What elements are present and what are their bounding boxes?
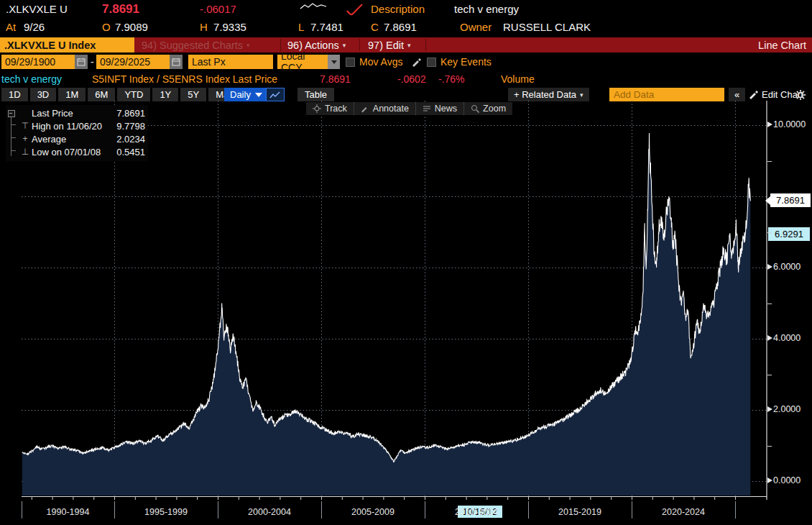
pencil-icon xyxy=(361,104,369,113)
x-axis-separator xyxy=(735,501,736,519)
last-price: 7.8691 xyxy=(102,2,139,17)
chevron-down-icon[interactable] xyxy=(328,55,340,69)
key-events-checkbox[interactable] xyxy=(427,58,436,67)
open-label: O xyxy=(102,21,111,33)
gear-icon[interactable] xyxy=(795,89,806,101)
date-from-input[interactable]: 09/29/1900 xyxy=(1,55,75,69)
legend-row-high: ⊤ High on 11/06/20 9.7798 xyxy=(7,119,145,132)
track-button[interactable]: Track xyxy=(306,102,354,115)
chevron-down-icon: ▾ xyxy=(407,42,411,49)
menu-suggested-charts[interactable]: 94) Suggested Charts▾ xyxy=(142,37,250,52)
date-range-dash: - xyxy=(91,56,94,68)
x-axis-separator xyxy=(528,501,529,519)
menu-divider xyxy=(359,39,360,51)
frequency-dropdown[interactable]: Daily xyxy=(224,88,268,101)
related-data-button[interactable]: + Related Data▾ xyxy=(508,88,589,101)
currency-group: Local CCY xyxy=(277,55,340,69)
menu-divider xyxy=(280,39,281,51)
collapse-button[interactable]: « xyxy=(729,88,745,101)
line-chart-type-button[interactable] xyxy=(266,88,285,101)
y-axis-tick: 2.0000 xyxy=(767,404,801,414)
ticker-box[interactable]: .XLKVXLE U Index xyxy=(0,37,134,52)
field-select[interactable]: Last Px xyxy=(188,55,273,69)
x-axis-section-label: 2010-2014 xyxy=(455,507,498,517)
date-to-input[interactable]: 09/29/2025 xyxy=(96,55,170,69)
high-label: H xyxy=(200,21,208,33)
y-axis-minor-tick xyxy=(767,446,772,447)
mov-avgs-label[interactable]: Mov Avgs xyxy=(359,56,402,68)
menu-edit[interactable]: 97) Edit▾ xyxy=(368,37,411,52)
annotate-button[interactable]: Annotate xyxy=(354,102,415,115)
date-to-group: 09/29/2025 xyxy=(96,55,183,69)
tab-5y[interactable]: 5Y xyxy=(180,88,206,101)
tab-1m[interactable]: 1M xyxy=(58,88,86,101)
mini-sparkline-icon xyxy=(299,1,329,12)
axis-arrow-icon xyxy=(767,264,772,270)
series-pct-change: -.76% xyxy=(438,73,465,85)
description-value: tech v energy xyxy=(454,3,519,15)
y-axis-tick: 10.0000 xyxy=(767,119,806,129)
owner-label: Owner xyxy=(460,21,492,33)
crosshair-value-badge: 6.9291 xyxy=(768,227,810,241)
view-title: Line Chart xyxy=(758,37,806,52)
x-axis-separator xyxy=(632,501,632,519)
chevron-down-icon xyxy=(255,93,262,97)
key-events-label[interactable]: Key Events xyxy=(440,56,492,68)
x-axis-section-label: 2005-2009 xyxy=(351,507,395,517)
zoom-button[interactable]: Zoom xyxy=(463,102,512,115)
news-lines-icon xyxy=(423,104,431,113)
pencil-icon xyxy=(749,90,758,99)
low-marker-icon: ⊥ xyxy=(19,147,32,157)
tab-ytd[interactable]: YTD xyxy=(117,88,150,101)
low-label: L xyxy=(298,21,304,33)
menu-bar: .XLKVXLE U Index 94) Suggested Charts▾ 9… xyxy=(0,37,812,52)
calendar-icon[interactable] xyxy=(75,55,88,69)
check-annotation-icon xyxy=(345,2,365,17)
owner-value: RUSSELL CLARK xyxy=(503,21,591,33)
axis-arrow-icon xyxy=(767,478,772,483)
x-axis-section-label: 2000-2004 xyxy=(248,507,291,517)
high-value: 7.9335 xyxy=(213,21,246,33)
last-price-axis-badge: 7.8691 xyxy=(770,193,811,207)
tab-1d[interactable]: 1D xyxy=(1,88,28,101)
mov-avgs-checkbox[interactable] xyxy=(346,58,355,67)
low-value: 7.7481 xyxy=(310,21,343,33)
x-axis-separator xyxy=(321,501,322,519)
x-axis: 10/15/12 1990-19941995-19992000-20042005… xyxy=(0,500,812,525)
legend-expander-icon[interactable] xyxy=(8,110,15,117)
tab-6m[interactable]: 6M xyxy=(88,88,115,101)
chevron-down-icon: ▾ xyxy=(343,42,346,49)
pencil-icon[interactable] xyxy=(411,57,422,68)
y-axis-tick: 4.0000 xyxy=(767,333,801,343)
x-axis-section-label: 1990-1994 xyxy=(47,507,90,517)
tab-1y[interactable]: 1Y xyxy=(152,88,178,101)
y-axis-minor-tick xyxy=(767,232,772,233)
series-name: tech v energy xyxy=(1,73,62,85)
x-axis-section-label: 2015-2019 xyxy=(558,507,601,517)
axis-arrow-icon xyxy=(767,335,772,341)
currency-select[interactable]: Local CCY xyxy=(277,55,328,69)
price-change: -.06017 xyxy=(200,3,236,15)
legend-row-low: ⊥ Low on 07/01/08 0.5451 xyxy=(7,145,145,158)
high-marker-icon: ⊤ xyxy=(19,121,32,131)
x-axis-separator xyxy=(114,501,115,519)
axis-arrow-icon xyxy=(767,406,772,412)
x-axis-separator xyxy=(22,501,22,519)
tab-3d[interactable]: 3D xyxy=(30,88,57,101)
chart-toolbar: Track Annotate News Zoom xyxy=(306,102,512,115)
crosshair-icon xyxy=(313,104,321,113)
news-button[interactable]: News xyxy=(415,102,463,115)
description-label: Description xyxy=(371,3,425,15)
y-axis-tick: 0.0000 xyxy=(767,475,801,485)
at-value: 9/26 xyxy=(24,21,45,33)
x-axis-separator xyxy=(218,501,218,519)
add-data-input[interactable] xyxy=(609,88,724,101)
y-axis-minor-tick xyxy=(767,375,772,375)
y-axis-tick: 6.0000 xyxy=(767,262,801,272)
chevron-down-icon: ▾ xyxy=(580,91,583,99)
chevron-down-icon: ▾ xyxy=(246,42,250,49)
calendar-icon[interactable] xyxy=(170,55,183,69)
table-button[interactable]: Table xyxy=(297,88,334,101)
chart-legend[interactable]: Last Price 7.8691 ⊤ High on 11/06/20 9.7… xyxy=(6,105,148,161)
x-axis-separator xyxy=(425,501,425,519)
